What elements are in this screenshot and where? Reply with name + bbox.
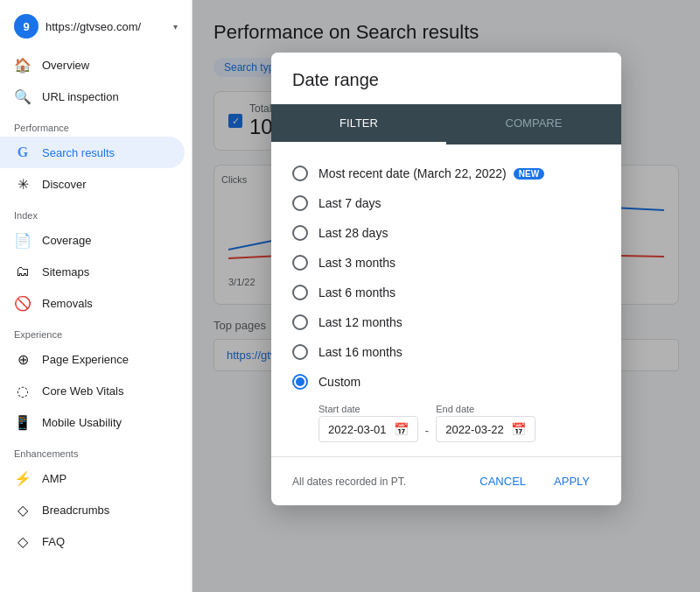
end-date-label: End date — [436, 404, 536, 414]
faq-icon: ◇ — [14, 532, 32, 550]
sidebar-item-search-results[interactable]: G Search results — [0, 137, 185, 168]
sidebar-item-page-experience[interactable]: ⊕ Page Experience — [0, 343, 185, 375]
sidebar-item-label: Sitemaps — [42, 265, 89, 278]
start-date-field[interactable]: 2022-03-01 📅 — [318, 416, 418, 442]
end-date-field-wrapper: End date 2022-03-22 📅 — [436, 404, 536, 442]
sidebar-item-breadcrumbs[interactable]: ◇ Breadcrumbs — [0, 494, 185, 525]
option-last-12-months[interactable]: Last 12 months — [292, 307, 600, 337]
radio-last-16-months — [292, 344, 308, 360]
radio-most-recent — [292, 166, 308, 181]
modal-tabs: FILTER COMPARE — [271, 104, 621, 144]
sidebar-item-core-web-vitals[interactable]: ◌ Core Web Vitals — [0, 375, 185, 406]
radio-last-28-days — [292, 225, 308, 241]
section-index: Index — [0, 200, 192, 224]
coverage-icon: 📄 — [14, 231, 32, 249]
option-last-16-months[interactable]: Last 16 months — [292, 337, 600, 367]
end-date-field[interactable]: 2022-03-22 📅 — [436, 416, 536, 442]
apply-button[interactable]: APPLY — [543, 468, 600, 495]
sidebar-item-mobile-usability[interactable]: 📱 Mobile Usability — [0, 406, 185, 438]
start-calendar-icon: 📅 — [394, 422, 409, 436]
option-last-28-label: Last 28 days — [318, 226, 388, 240]
sidebar-item-url-inspection[interactable]: 🔍 URL inspection — [0, 81, 185, 112]
sidebar-item-label: Mobile Usability — [42, 416, 122, 429]
start-date-field-wrapper: Start date 2022-03-01 📅 — [318, 404, 418, 442]
sidebar-item-label: AMP — [42, 472, 66, 485]
sidebar-item-label: Removals — [42, 297, 93, 310]
option-most-recent-label: Most recent date (March 22, 2022) new — [318, 166, 544, 180]
page-experience-icon: ⊕ — [14, 350, 32, 368]
discover-icon: ✳ — [14, 175, 32, 193]
core-web-vitals-icon: ◌ — [14, 382, 32, 399]
option-last-3-months[interactable]: Last 3 months — [292, 248, 600, 278]
option-last-3-label: Last 3 months — [318, 256, 396, 270]
radio-last-12-months — [292, 314, 308, 330]
radio-last-3-months — [292, 255, 308, 271]
sitemaps-icon: 🗂 — [14, 263, 32, 280]
main-content: Performance on Search results Search typ… — [192, 0, 700, 592]
option-last-6-label: Last 6 months — [318, 285, 396, 300]
radio-custom — [292, 374, 308, 390]
sidebar-item-label: Overview — [42, 59, 89, 72]
sidebar-item-label: FAQ — [42, 535, 65, 548]
cancel-button[interactable]: CANCEL — [469, 468, 536, 495]
start-date-value: 2022-03-01 — [328, 423, 387, 436]
option-last-7-days[interactable]: Last 7 days — [292, 188, 600, 218]
custom-dates: Start date 2022-03-01 📅 - End date 2022-… — [318, 404, 600, 442]
sidebar-item-amp[interactable]: ⚡ AMP — [0, 462, 185, 494]
site-url: https://gtvseo.com/ — [46, 20, 166, 33]
option-last-16-label: Last 16 months — [318, 345, 402, 359]
sidebar-item-sitemaps[interactable]: 🗂 Sitemaps — [0, 256, 185, 287]
sidebar-item-label: URL inspection — [42, 90, 119, 103]
option-last-7-label: Last 7 days — [318, 196, 382, 210]
site-dropdown-icon: ▾ — [173, 22, 178, 32]
option-last-28-days[interactable]: Last 28 days — [292, 218, 600, 248]
option-custom[interactable]: Custom — [292, 367, 600, 397]
section-experience: Experience — [0, 319, 192, 343]
section-enhancements: Enhancements — [0, 438, 192, 462]
breadcrumbs-icon: ◇ — [14, 501, 32, 518]
sidebar-item-faq[interactable]: ◇ FAQ — [0, 525, 185, 557]
sidebar-item-label: Search results — [42, 146, 115, 159]
sidebar-item-discover[interactable]: ✳ Discover — [0, 168, 185, 200]
amp-icon: ⚡ — [14, 469, 32, 487]
option-custom-label: Custom — [318, 375, 360, 389]
sidebar-item-overview[interactable]: 🏠 Overview — [0, 49, 185, 81]
modal-title: Date range — [292, 70, 600, 90]
site-icon: 9 — [14, 14, 38, 39]
new-badge: new — [514, 168, 544, 180]
end-calendar-icon: 📅 — [511, 422, 526, 436]
date-row: Start date 2022-03-01 📅 - End date 2022-… — [318, 404, 600, 442]
sidebar-item-label: Discover — [42, 178, 87, 191]
sidebar: 9 https://gtvseo.com/ ▾ 🏠 Overview 🔍 URL… — [0, 0, 192, 592]
date-range-modal: Date range FILTER COMPARE Most recent da… — [271, 53, 621, 505]
tab-filter[interactable]: FILTER — [271, 104, 446, 144]
tab-compare[interactable]: COMPARE — [446, 104, 621, 144]
footer-actions: CANCEL APPLY — [469, 468, 600, 495]
modal-title-bar: Date range — [271, 53, 621, 90]
sidebar-item-label: Coverage — [42, 234, 91, 247]
date-separator: - — [425, 424, 430, 438]
sidebar-item-label: Breadcrumbs — [42, 504, 109, 517]
sidebar-item-coverage[interactable]: 📄 Coverage — [0, 224, 185, 256]
removals-icon: 🚫 — [14, 294, 32, 312]
radio-last-7-days — [292, 195, 308, 211]
option-last-12-label: Last 12 months — [318, 315, 402, 329]
home-icon: 🏠 — [14, 56, 32, 74]
section-performance: Performance — [0, 112, 192, 137]
modal-footer: All dates recorded in PT. CANCEL APPLY — [271, 456, 621, 505]
start-date-label: Start date — [318, 404, 418, 414]
google-icon: G — [14, 144, 32, 161]
sidebar-item-label: Page Experience — [42, 353, 129, 366]
modal-overlay: Date range FILTER COMPARE Most recent da… — [192, 0, 700, 592]
option-most-recent[interactable]: Most recent date (March 22, 2022) new — [292, 159, 600, 188]
sidebar-item-removals[interactable]: 🚫 Removals — [0, 287, 185, 319]
end-date-value: 2022-03-22 — [445, 423, 504, 436]
site-selector[interactable]: 9 https://gtvseo.com/ ▾ — [0, 7, 192, 49]
option-last-6-months[interactable]: Last 6 months — [292, 278, 600, 307]
sidebar-item-label: Core Web Vitals — [42, 384, 123, 398]
footer-note: All dates recorded in PT. — [292, 476, 406, 488]
radio-last-6-months — [292, 285, 308, 300]
modal-body: Most recent date (March 22, 2022) new La… — [271, 144, 621, 456]
search-icon: 🔍 — [14, 88, 32, 105]
mobile-usability-icon: 📱 — [14, 413, 32, 431]
